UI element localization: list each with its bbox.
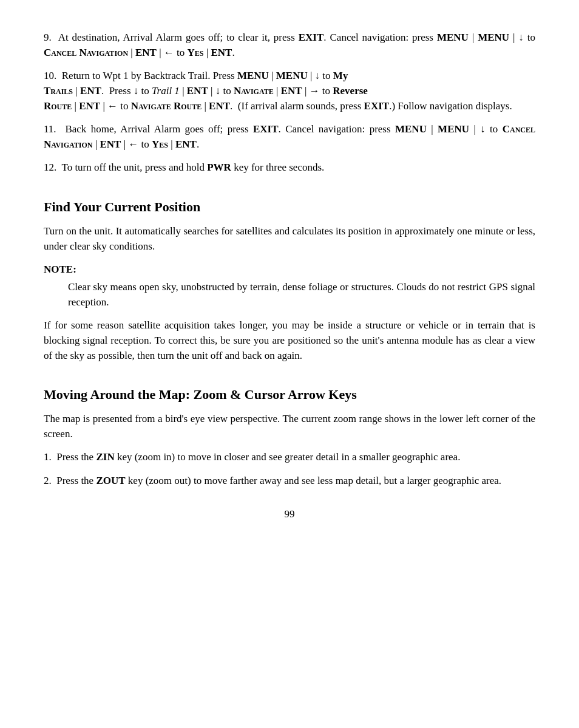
p9-sep2: | ↓ to [509, 32, 535, 43]
p10-sep2: | ↓ to [308, 70, 333, 81]
p12-num: 12. To turn off the unit, press and hold [44, 162, 207, 173]
p10-ent3: ENT [281, 85, 302, 97]
note-block: Clear sky means open sky, unobstructed b… [68, 280, 535, 310]
p11-sep2: | ↓ to [469, 123, 503, 135]
p10-sep7: | → to [302, 85, 333, 97]
p10-sep6: | [274, 85, 281, 97]
p10-sep4: | [180, 85, 187, 97]
p10-a: . Press ↓ to [101, 85, 152, 97]
p11-end: . [197, 138, 199, 150]
p9-exit: EXIT [299, 32, 324, 43]
p11-sep1: | [427, 123, 438, 135]
p10-sep10: | [201, 100, 209, 112]
p10-ent2: ENT [187, 85, 208, 97]
paragraph-10: 10. Return to Wpt 1 by Backtrack Trail. … [44, 69, 535, 114]
map-p2-zout: ZOUT [96, 475, 125, 486]
map-p2-text1: 2. Press the [44, 475, 96, 486]
p11-menu2: MENU [438, 123, 469, 135]
p9-ent2: ENT [211, 47, 232, 58]
map-p1-text2: key (zoom in) to move in closer and see … [115, 451, 461, 463]
map-p1-zin: ZIN [96, 451, 114, 463]
p11-a: . Cancel navigation: press [279, 123, 395, 135]
p9-sep4: | ← to [157, 47, 188, 58]
p9-menu2: MENU [478, 32, 509, 43]
p9-ent1: ENT [135, 47, 157, 58]
p9-yes: Yes [188, 47, 204, 58]
section-heading-moving-map: Moving Around the Map: Zoom & Cursor Arr… [44, 385, 535, 404]
p10-nav-route: Navigate Route [131, 100, 201, 112]
p11-ent1: ENT [100, 138, 121, 150]
p9-a: . Cancel navigation: press [323, 32, 437, 43]
p10-trails: Trails [44, 85, 73, 97]
p9-sep5: | [204, 47, 211, 58]
p9-menu1: MENU [437, 32, 469, 43]
p12-text: key for three seconds. [231, 162, 324, 173]
moving-map-body1: The map is presented from a bird's eye v… [44, 412, 535, 441]
p10-ent5: ENT [209, 100, 230, 112]
p11-ent2: ENT [175, 138, 197, 150]
p9-sep3: | [128, 47, 135, 58]
section-heading-find-position: Find Your Current Position [44, 197, 535, 217]
paragraph-11: 11. Back home, Arrival Alarm goes off; p… [44, 122, 535, 152]
p10-sep8: | [72, 100, 79, 112]
p11-menu1: MENU [395, 123, 427, 135]
p10-sep3: | [73, 85, 80, 97]
p11-sep4: | ← to [121, 138, 152, 150]
p9-sep1: | [469, 32, 478, 43]
p10-sep9: | ← to [100, 100, 131, 112]
p10-sep1: | [269, 70, 276, 81]
moving-map-p1: 1. Press the ZIN key (zoom in) to move i… [44, 450, 535, 465]
p10-num: 10. Return to Wpt 1 by Backtrack Trail. … [44, 70, 237, 81]
note-body: Clear sky means open sky, unobstructed b… [68, 280, 535, 310]
map-p2-text2: key (zoom out) to move farther away and … [126, 475, 501, 486]
p10-exit: EXIT [364, 100, 390, 112]
paragraph-9: 9. At destination, Arrival Alarm goes of… [44, 30, 535, 60]
p12-pwr: PWR [207, 162, 231, 173]
p10-navigate: Navigate [234, 85, 274, 97]
p10-ent1: ENT [80, 85, 101, 97]
note-label: NOTE: [44, 262, 535, 277]
find-position-body1: Turn on the unit. It automatically searc… [44, 224, 535, 254]
page-content: 9. At destination, Arrival Alarm goes of… [44, 30, 535, 522]
p10-b: . (If arrival alarm sounds, press [230, 100, 364, 112]
find-position-body2: If for some reason satellite acquisition… [44, 318, 535, 363]
p9-cancel-nav: Cancel Navigation [44, 47, 128, 58]
p11-sep5: | [168, 138, 175, 150]
p9-num: 9. At destination, Arrival Alarm goes of… [44, 32, 299, 43]
p11-num: 11. Back home, Arrival Alarm goes off; p… [44, 123, 253, 135]
p10-c: .) Follow navigation displays. [389, 100, 512, 112]
p10-trail1: Trail 1 [152, 85, 180, 97]
page-number: 99 [44, 507, 535, 522]
p10-sep5: | ↓ to [208, 85, 234, 97]
p11-sep3: | [93, 138, 100, 150]
p11-yes: Yes [152, 138, 168, 150]
p11-exit: EXIT [253, 123, 279, 135]
p10-ent4: ENT [79, 100, 100, 112]
moving-map-p2: 2. Press the ZOUT key (zoom out) to move… [44, 474, 535, 489]
p10-menu1: MENU [237, 70, 269, 81]
p10-route: Route [44, 100, 72, 112]
map-p1-text1: 1. Press the [44, 451, 96, 463]
paragraph-12: 12. To turn off the unit, press and hold… [44, 160, 535, 175]
p10-menu2: MENU [276, 70, 308, 81]
p9-end: . [232, 47, 234, 58]
